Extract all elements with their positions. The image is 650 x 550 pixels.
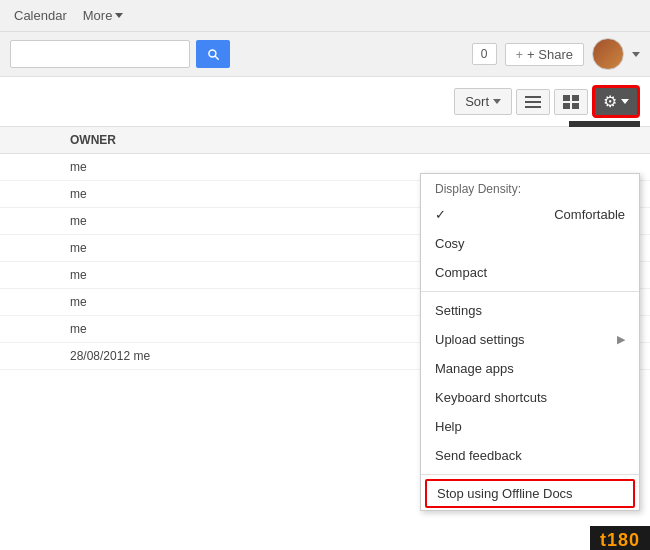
share-button[interactable]: + + Share: [505, 43, 585, 66]
row-checkbox: [0, 154, 60, 181]
share-label: + Share: [527, 47, 573, 62]
svg-rect-2: [525, 106, 541, 108]
row-owner: me: [60, 289, 260, 316]
row-checkbox: [0, 208, 60, 235]
search-icon: [206, 47, 220, 61]
col-owner-header: OWNER: [60, 127, 260, 154]
row-checkbox: [0, 181, 60, 208]
watermark: t180: [590, 526, 650, 550]
menu-upload-settings[interactable]: Upload settings ▶: [421, 325, 639, 354]
share-plus-icon: +: [516, 47, 524, 62]
row-owner: me: [60, 181, 260, 208]
more-caret-icon: [115, 13, 123, 18]
menu-send-feedback[interactable]: Send feedback: [421, 441, 639, 470]
upload-settings-arrow-icon: ▶: [617, 333, 625, 346]
sort-label: Sort: [465, 94, 489, 109]
col-date-header: [260, 127, 650, 154]
stop-offline-label: Stop using Offline Docs: [437, 486, 573, 501]
search-right: 0 + + Share: [472, 38, 640, 70]
notification-badge[interactable]: 0: [472, 43, 497, 65]
svg-rect-3: [563, 95, 570, 101]
row-checkbox: [0, 235, 60, 262]
compact-label: Compact: [435, 265, 487, 280]
svg-rect-5: [563, 103, 570, 109]
main-content: OWNER me me me me me: [0, 127, 650, 550]
avatar-caret-icon[interactable]: [632, 52, 640, 57]
divider-2: [421, 474, 639, 475]
row-owner: me: [60, 316, 260, 343]
search-button[interactable]: [196, 40, 230, 68]
search-left: [10, 40, 230, 68]
svg-rect-4: [572, 95, 579, 101]
row-owner: me: [60, 208, 260, 235]
row-owner: me: [60, 154, 260, 181]
row-checkbox: [0, 343, 60, 370]
row-checkbox: [0, 316, 60, 343]
menu-help[interactable]: Help: [421, 412, 639, 441]
menu-stop-offline[interactable]: Stop using Offline Docs: [425, 479, 635, 508]
divider-1: [421, 291, 639, 292]
menu-keyboard-shortcuts[interactable]: Keyboard shortcuts: [421, 383, 639, 412]
row-owner: me: [60, 262, 260, 289]
comfortable-label: Comfortable: [554, 207, 625, 222]
density-cosy[interactable]: Cosy: [421, 229, 639, 258]
gear-icon: ⚙: [603, 92, 617, 111]
menu-manage-apps[interactable]: Manage apps: [421, 354, 639, 383]
search-input[interactable]: [10, 40, 190, 68]
display-density-label: Display Density:: [421, 174, 639, 200]
grid-view-icon: [563, 95, 579, 109]
row-owner: me: [60, 235, 260, 262]
row-checkbox: [0, 262, 60, 289]
calendar-nav[interactable]: Calendar: [8, 4, 73, 27]
row-checkbox: [0, 289, 60, 316]
svg-rect-6: [572, 103, 579, 109]
dropdown-menu: Display Density: Comfortable Cosy Compac…: [420, 173, 640, 511]
avatar[interactable]: [592, 38, 624, 70]
svg-rect-0: [525, 96, 541, 98]
sort-button[interactable]: Sort: [454, 88, 512, 115]
settings-button[interactable]: ⚙: [592, 85, 640, 118]
menu-settings[interactable]: Settings: [421, 296, 639, 325]
search-row: 0 + + Share: [0, 32, 650, 77]
more-menu[interactable]: More: [77, 4, 130, 27]
view-grid-button[interactable]: [554, 89, 588, 115]
row-owner: 28/08/2012 me: [60, 343, 260, 370]
svg-rect-1: [525, 101, 541, 103]
density-compact[interactable]: Compact: [421, 258, 639, 287]
list-view-icon: [525, 95, 541, 109]
settings-caret-icon: [621, 99, 629, 104]
cosy-label: Cosy: [435, 236, 465, 251]
view-list-button[interactable]: [516, 89, 550, 115]
col-checkbox: [0, 127, 60, 154]
top-bar: Calendar More: [0, 0, 650, 32]
settings-btn-wrapper: ⚙ Settings: [592, 85, 640, 118]
density-comfortable[interactable]: Comfortable: [421, 200, 639, 229]
toolbar-row: Sort ⚙ Settings: [0, 77, 650, 127]
sort-caret-icon: [493, 99, 501, 104]
